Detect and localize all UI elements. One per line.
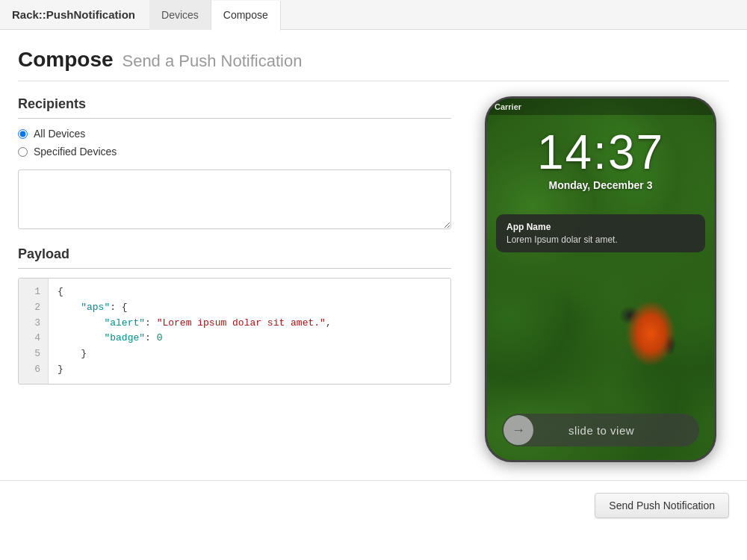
slide-label: slide to view	[533, 424, 669, 437]
notification-banner: App Name Lorem Ipsum dolar sit amet.	[496, 214, 705, 252]
carrier-label: Carrier	[495, 102, 521, 111]
all-devices-radio[interactable]	[18, 129, 28, 139]
payload-editor: 1 2 3 4 5 6 { "aps": { "alert": "Lorem i…	[18, 278, 451, 385]
devices-textarea[interactable]	[18, 169, 451, 229]
code-area: 1 2 3 4 5 6 { "aps": { "alert": "Lorem i…	[19, 279, 450, 384]
status-bar: Carrier	[487, 99, 714, 115]
date-display: Monday, December 3	[487, 179, 714, 191]
action-area: Send Push Notification	[0, 480, 747, 530]
clock-display: 14:37	[487, 128, 714, 176]
page-heading: Compose Send a Push Notification	[18, 48, 729, 72]
page-title: Compose	[18, 48, 114, 71]
code-content[interactable]: { "aps": { "alert": "Lorem ipsum dolar s…	[49, 279, 450, 384]
notif-message: Lorem Ipsum dolar sit amet.	[506, 234, 695, 245]
specified-devices-label: Specified Devices	[34, 146, 117, 158]
notif-app-name: App Name	[506, 222, 695, 232]
all-devices-label: All Devices	[34, 128, 85, 140]
slide-to-view-bar[interactable]: → slide to view	[502, 414, 699, 447]
content-area: Recipients All Devices Specified Devices…	[18, 96, 729, 462]
payload-divider	[18, 268, 451, 269]
recipients-section-label: Recipients	[18, 96, 451, 112]
page-subtitle: Send a Push Notification	[122, 52, 302, 70]
specified-devices-radio[interactable]	[18, 147, 28, 157]
line-numbers: 1 2 3 4 5 6	[19, 279, 49, 384]
app-title: Rack::PushNotification	[12, 8, 135, 21]
send-push-notification-button[interactable]: Send Push Notification	[595, 493, 729, 518]
specified-devices-option[interactable]: Specified Devices	[18, 146, 451, 158]
heading-divider	[18, 81, 729, 81]
payload-section-label: Payload	[18, 246, 451, 262]
tab-devices[interactable]: Devices	[149, 0, 211, 30]
radio-group: All Devices Specified Devices	[18, 128, 451, 158]
recipients-divider	[18, 118, 451, 119]
main-content: Compose Send a Push Notification Recipie…	[0, 30, 747, 462]
lock-screen-time: 14:37 Monday, December 3	[487, 128, 714, 191]
slide-arrow-icon: →	[503, 415, 533, 445]
tab-compose[interactable]: Compose	[211, 1, 281, 31]
all-devices-option[interactable]: All Devices	[18, 128, 451, 140]
phone-preview-column: Carrier 14:37 Monday, December 3 App Nam…	[481, 96, 720, 462]
iphone-frame: Carrier 14:37 Monday, December 3 App Nam…	[485, 96, 716, 462]
form-column: Recipients All Devices Specified Devices…	[18, 96, 451, 385]
header: Rack::PushNotification Devices Compose	[0, 0, 747, 30]
